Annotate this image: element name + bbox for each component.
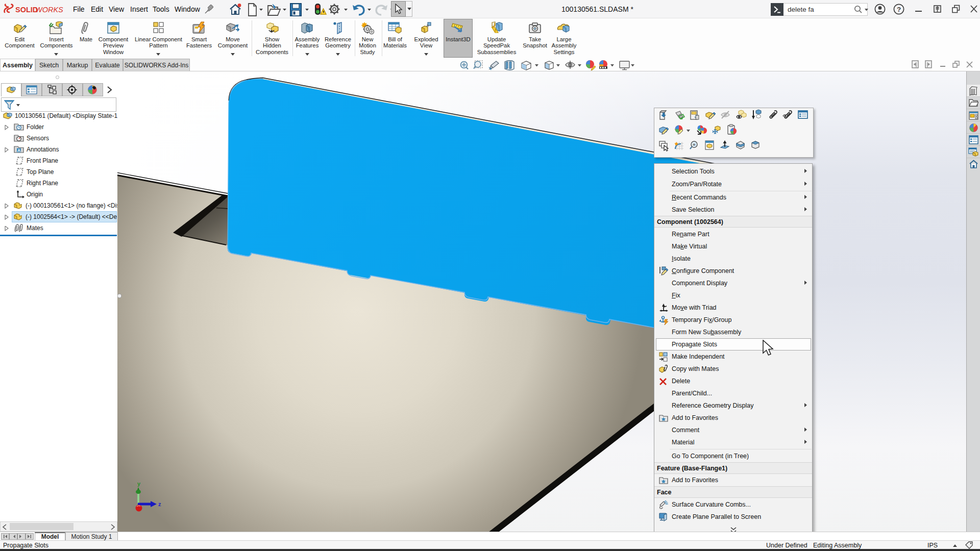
svg-text:WORKS: WORKS <box>35 6 63 14</box>
svg-text:?: ? <box>897 6 901 13</box>
svg-text:y: y <box>137 481 141 487</box>
svg-text:A: A <box>17 148 20 153</box>
svg-text:=: = <box>693 142 695 147</box>
svg-text:z: z <box>158 501 161 507</box>
svg-text:SOLID: SOLID <box>15 6 38 14</box>
svg-text:!: ! <box>495 28 496 33</box>
